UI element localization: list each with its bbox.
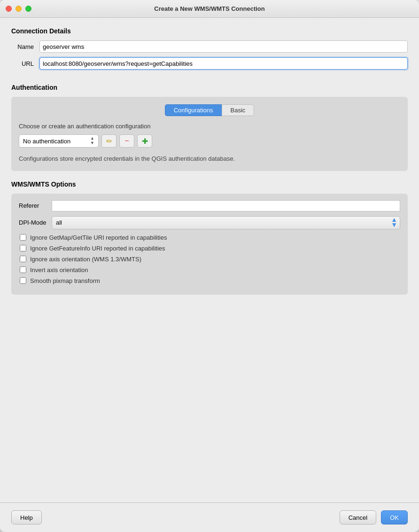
wms-options-section: WMS/WMTS Options Referer DPI-Mode all of… xyxy=(11,180,408,295)
titlebar: Create a New WMS/WMTS Connection xyxy=(0,0,419,18)
smooth-pixmap-label: Smooth pixmap transform xyxy=(30,277,100,284)
referer-label: Referer xyxy=(19,202,52,209)
auth-tab-bar: Configurations Basic xyxy=(19,104,400,116)
ignore-axis-orientation-checkbox[interactable] xyxy=(20,256,26,262)
remove-auth-button[interactable]: − xyxy=(119,134,134,148)
help-button[interactable]: Help xyxy=(11,510,42,524)
window: Create a New WMS/WMTS Connection Connect… xyxy=(0,0,419,532)
checkbox-row-5: Smooth pixmap transform xyxy=(19,277,400,284)
smooth-pixmap-checkbox[interactable] xyxy=(20,277,26,284)
ignore-getmap-label: Ignore GetMap/GetTile URI reported in ca… xyxy=(30,234,167,241)
referer-row: Referer xyxy=(19,200,400,211)
name-row: Name xyxy=(11,40,408,53)
authentication-section: Authentication Configurations Basic Choo… xyxy=(11,84,408,171)
ignore-getfeatureinfo-checkbox[interactable] xyxy=(20,245,26,251)
dropdown-spinner-icon: ▲ ▼ xyxy=(90,136,94,146)
tab-basic[interactable]: Basic xyxy=(222,104,255,116)
url-input[interactable] xyxy=(39,57,408,70)
ignore-axis-orientation-label: Ignore axis orientation (WMS 1.3/WMTS) xyxy=(30,256,141,263)
auth-dropdown[interactable]: No authentication ▲ ▼ xyxy=(19,134,99,148)
plus-icon: ✚ xyxy=(142,137,148,146)
add-auth-button[interactable]: ✚ xyxy=(137,134,152,148)
ok-button[interactable]: OK xyxy=(381,510,408,524)
minus-icon: − xyxy=(124,137,129,145)
window-controls xyxy=(6,6,31,12)
url-label: URL xyxy=(11,60,39,67)
footer-right: Cancel OK xyxy=(340,510,408,524)
checkbox-row-2: Ignore GetFeatureInfo URI reported in ca… xyxy=(19,245,400,252)
auth-dropdown-value: No authentication xyxy=(23,138,87,145)
pencil-icon: ✏ xyxy=(106,137,112,146)
edit-auth-button[interactable]: ✏ xyxy=(101,134,116,148)
dpi-select-wrapper: all off QGIS UMN GeoServer ▲ ▼ xyxy=(52,216,400,229)
checkbox-row-1: Ignore GetMap/GetTile URI reported in ca… xyxy=(19,234,400,241)
url-row: URL xyxy=(11,57,408,70)
authentication-header: Authentication xyxy=(11,84,408,91)
dpi-label: DPI-Mode xyxy=(19,219,52,226)
name-label: Name xyxy=(11,43,39,50)
referer-input[interactable] xyxy=(52,200,400,211)
ignore-getfeatureinfo-label: Ignore GetFeatureInfo URI reported in ca… xyxy=(30,245,165,252)
window-title: Create a New WMS/WMTS Connection xyxy=(154,5,264,12)
auth-choose-label: Choose or create an authentication confi… xyxy=(19,123,400,130)
auth-controls-row: No authentication ▲ ▼ ✏ − ✚ xyxy=(19,134,400,148)
auth-note: Configurations store encrypted credentia… xyxy=(19,154,400,164)
tab-configurations[interactable]: Configurations xyxy=(165,104,222,116)
main-content: Connection Details Name URL Authenticati… xyxy=(0,18,419,502)
checkbox-row-3: Ignore axis orientation (WMS 1.3/WMTS) xyxy=(19,256,400,263)
footer: Help Cancel OK xyxy=(0,502,419,532)
auth-box: Configurations Basic Choose or create an… xyxy=(11,97,408,171)
dpi-row: DPI-Mode all off QGIS UMN GeoServer ▲ ▼ xyxy=(19,216,400,229)
footer-left: Help xyxy=(11,510,42,524)
close-button[interactable] xyxy=(6,6,12,12)
minimize-button[interactable] xyxy=(16,6,22,12)
cancel-button[interactable]: Cancel xyxy=(340,510,376,524)
checkbox-row-4: Invert axis orientation xyxy=(19,266,400,274)
dpi-select[interactable]: all off QGIS UMN GeoServer xyxy=(52,216,400,229)
wms-options-header: WMS/WMTS Options xyxy=(11,180,408,188)
invert-axis-orientation-checkbox[interactable] xyxy=(20,266,26,273)
wms-options-box: Referer DPI-Mode all off QGIS UMN GeoSer… xyxy=(11,194,408,295)
connection-details-section: Connection Details Name URL xyxy=(11,27,408,74)
name-input[interactable] xyxy=(39,40,408,53)
invert-axis-orientation-label: Invert axis orientation xyxy=(30,266,88,274)
connection-details-header: Connection Details xyxy=(11,27,408,35)
maximize-button[interactable] xyxy=(25,6,31,12)
ignore-getmap-checkbox[interactable] xyxy=(20,234,26,241)
